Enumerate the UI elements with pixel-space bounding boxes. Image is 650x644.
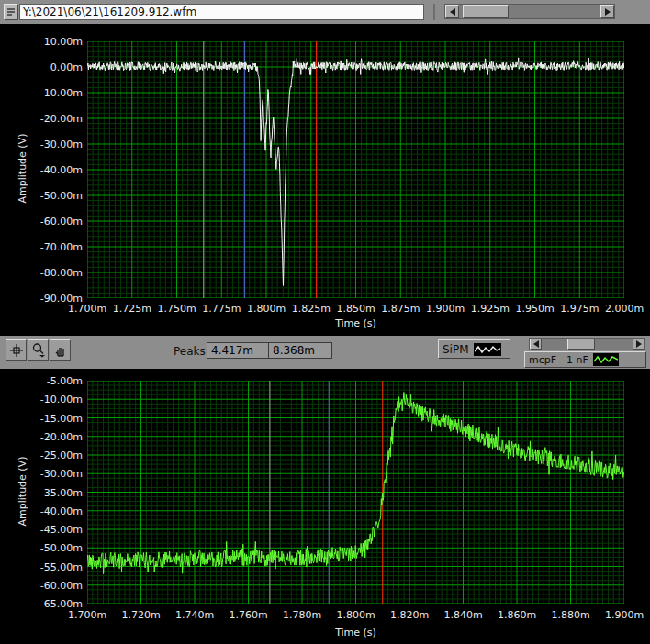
peak-value-2: 8.368m xyxy=(268,342,332,359)
path-icon xyxy=(6,6,16,17)
y-tick-label: -45.00m xyxy=(30,524,83,536)
graph-palette xyxy=(6,339,71,361)
y-tick-label: -80.00m xyxy=(30,267,83,279)
x-tick-label: 1.760m xyxy=(225,609,273,621)
y-tick-label: -10.00m xyxy=(30,394,83,405)
y-tick-label: -50.00m xyxy=(30,190,83,202)
legend-sipm[interactable]: SiPM xyxy=(438,339,510,359)
file-path-input[interactable] xyxy=(19,4,424,20)
right-arrow-icon xyxy=(636,340,642,348)
top-bar xyxy=(0,0,650,24)
sipm-line-sample-icon xyxy=(474,343,501,356)
y-tick-label: -15.00m xyxy=(30,413,83,425)
x-tick-label: 1.780m xyxy=(278,609,326,621)
x-tick-label: 1.720m xyxy=(118,609,165,621)
x-tick-label: 1.775m xyxy=(197,303,245,315)
y-tick-label: -40.00m xyxy=(30,505,83,517)
legend-mcp[interactable]: mcpF - 1 nF xyxy=(524,351,646,368)
x-tick-label: 1.840m xyxy=(440,609,488,621)
x-tick-label: 1.740m xyxy=(171,609,219,621)
x-tick-label: 1.860m xyxy=(493,609,541,621)
y-tick-label: -35.00m xyxy=(30,487,83,499)
peak-value-1: 4.417m xyxy=(207,342,271,359)
y-tick-label: -20.00m xyxy=(30,431,83,443)
mcp-line-sample-icon xyxy=(593,353,619,366)
x-tick-label: 1.700m xyxy=(63,609,111,621)
x-tick-label: 1.725m xyxy=(108,303,156,315)
file-scrollbar[interactable] xyxy=(444,4,615,19)
x-tick-label: 1.875m xyxy=(376,303,424,315)
legend-scroll-right-button[interactable] xyxy=(633,339,644,350)
x-tick-label: 1.800m xyxy=(242,303,290,315)
magnifier-icon xyxy=(31,342,46,358)
legend-scrollbar-track[interactable] xyxy=(542,339,633,350)
x-tick-label: 1.880m xyxy=(547,609,595,621)
y-tick-label: -55.00m xyxy=(30,561,83,573)
y-tick-label: 0.00m xyxy=(30,61,83,73)
x-tick-label: 1.800m xyxy=(332,609,380,621)
legend-mcp-label: mcpF - 1 nF xyxy=(529,354,588,366)
x-tick-label: 2.000m xyxy=(600,303,648,315)
x-tick-label: 1.700m xyxy=(63,303,111,315)
right-arrow-icon xyxy=(605,8,611,16)
x-tick-label: 1.925m xyxy=(466,303,514,315)
labview-front-panel: Peaks 4.417m 8.368m SiPM mcpF - 1 nF xyxy=(0,0,650,644)
y-tick-label: -70.00m xyxy=(30,241,83,253)
y-tick-label: -60.00m xyxy=(30,216,83,228)
x-tick-label: 1.950m xyxy=(511,303,559,315)
left-arrow-icon xyxy=(533,340,539,348)
control-bar: Peaks 4.417m 8.368m SiPM mcpF - 1 nF xyxy=(0,336,650,369)
x-tick-label: 1.825m xyxy=(287,303,335,315)
path-type-button[interactable] xyxy=(4,4,18,20)
scroll-left-button[interactable] xyxy=(445,5,459,18)
y-axis-label: Amplitude (V) xyxy=(17,445,28,537)
y-tick-label: -50.00m xyxy=(30,542,83,554)
x-tick-label: 1.900m xyxy=(421,303,469,315)
toolbar-divider xyxy=(433,4,435,20)
x-tick-label: 1.850m xyxy=(332,303,380,315)
y-tick-label: 10.00m xyxy=(30,36,83,48)
sipm-waveform-plot-area[interactable] xyxy=(87,41,624,298)
scroll-right-button[interactable] xyxy=(600,5,614,18)
file-scrollbar-track[interactable] xyxy=(459,5,600,18)
y-tick-label: -60.00m xyxy=(30,580,83,592)
cursor-tool-button[interactable] xyxy=(6,339,27,361)
legend-scrollbar-thumb[interactable] xyxy=(567,339,595,350)
mcp-waveform-plot-area[interactable] xyxy=(87,381,624,604)
zoom-tool-button[interactable] xyxy=(28,339,49,361)
pan-tool-button[interactable] xyxy=(50,339,71,361)
hand-icon xyxy=(53,343,68,358)
x-axis-label: Time (s) xyxy=(327,627,386,638)
x-tick-label: 1.750m xyxy=(153,303,201,315)
y-tick-label: -25.00m xyxy=(30,450,83,461)
legend-scroll-left-button[interactable] xyxy=(530,339,542,350)
legend-scrollbar[interactable] xyxy=(529,338,645,350)
x-axis-label: Time (s) xyxy=(327,317,386,329)
y-tick-label: -30.00m xyxy=(30,468,83,480)
y-tick-label: -40.00m xyxy=(30,164,83,176)
file-scrollbar-thumb[interactable] xyxy=(463,5,509,18)
y-tick-label: -10.00m xyxy=(30,87,83,99)
crosshair-icon xyxy=(9,343,24,358)
y-tick-label: -20.00m xyxy=(30,113,83,125)
x-tick-label: 1.900m xyxy=(600,609,648,621)
x-tick-label: 1.820m xyxy=(386,609,433,621)
peaks-label: Peaks xyxy=(174,345,206,358)
x-tick-label: 1.975m xyxy=(555,303,603,315)
y-axis-label: Amplitude (V) xyxy=(17,123,28,215)
left-arrow-icon xyxy=(450,8,455,16)
y-tick-label: -5.00m xyxy=(30,375,83,387)
y-tick-label: -30.00m xyxy=(30,139,83,150)
legend-sipm-label: SiPM xyxy=(443,343,469,356)
